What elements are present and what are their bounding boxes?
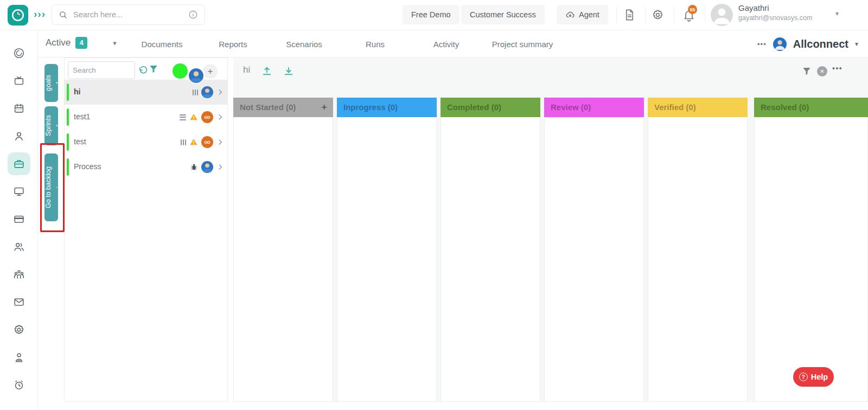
gear-icon[interactable] [652,9,664,21]
goals-tab-label: goals [44,75,52,91]
board-title: hi [243,65,250,75]
team-icon [13,268,25,280]
column-body[interactable] [754,117,868,402]
kanban-column-verified: Verified (0) [648,98,748,402]
sidebar-item-time[interactable] [8,374,30,396]
people-icon [13,241,25,253]
tab-documents[interactable]: Documents [126,40,197,49]
filter-icon[interactable] [149,64,158,74]
add-sprint-button[interactable]: + [203,64,218,79]
chevron-down-icon: ▾ [113,39,117,47]
notification-count-badge: 55 [688,5,697,14]
project-nav: Active 4 ▾ Documents Reports Scenarios R… [38,30,868,57]
status-label: Active [46,37,71,48]
customer-success-label: Customer Success [470,10,536,19]
sidebar-item-billing[interactable] [8,208,30,230]
chevron-right-icon[interactable] [216,138,224,146]
project-avatar[interactable] [773,37,787,51]
monitor-icon [13,185,25,197]
status-color-dot[interactable] [173,63,188,79]
go-to-backlog-tab-label: Go to backlog [44,166,52,208]
status-filter-dropdown[interactable]: Active 4 ▾ [46,37,117,49]
column-header: Completed (0) [441,98,540,117]
agent-label: Agent [579,10,599,19]
back-arrow-icon [54,187,61,189]
sidebar-item-projects[interactable] [8,152,30,175]
sprint-row-hi[interactable]: hi [65,80,227,105]
free-demo-label: Free Demo [411,10,451,19]
sidebar-item-person[interactable] [8,125,30,148]
avatar-photo[interactable] [188,67,205,84]
chevron-down-icon[interactable]: ▾ [855,40,858,48]
undo-icon[interactable] [138,66,148,75]
project-name[interactable]: Allconnect [793,38,848,50]
app-sidebar [0,30,38,410]
column-body[interactable] [648,117,748,402]
status-count-badge: 4 [75,37,87,49]
column-body[interactable] [233,117,333,402]
column-body[interactable] [337,117,437,402]
sprint-title: hi [74,87,80,96]
vertical-tab-sprints[interactable]: Sprints [44,106,58,145]
sprint-row-process[interactable]: Process [65,155,227,180]
app-logo[interactable] [8,5,28,25]
kanban-column-completed: Completed (0) [441,98,540,402]
kanban-column-resolved: Resolved (0) [754,98,868,402]
sprints-tab-label: Sprints [44,116,52,137]
sidebar-item-profile[interactable] [8,346,30,369]
alarm-clock-icon [13,379,25,391]
info-icon[interactable] [188,10,198,20]
sprint-row-test1[interactable]: test1 GD [65,105,227,130]
speed-dial-icon [13,47,25,59]
column-body[interactable] [441,117,540,402]
user-avatar[interactable] [711,4,733,26]
cloud-download-icon [565,10,575,20]
upload-icon[interactable] [261,66,272,76]
column-body[interactable] [544,117,644,402]
chevron-right-icon[interactable] [216,88,224,96]
tab-activity[interactable]: Activity [411,40,482,49]
search-icon [59,10,68,20]
panel-search-input[interactable] [68,61,135,79]
column-label: Not Started (0) [240,102,296,112]
document-icon[interactable] [623,9,636,21]
free-demo-button[interactable]: Free Demo [403,5,459,24]
more-options-icon[interactable]: ••• [757,40,767,48]
profile-icon [13,351,25,363]
user-menu-caret[interactable]: ▾ [835,10,839,17]
column-header: Verified (0) [648,98,748,117]
clear-filter-icon[interactable]: ✕ [817,66,827,76]
tab-runs[interactable]: Runs [340,40,411,49]
credit-card-icon [13,213,25,225]
bars-icon [181,139,186,145]
notifications-bell[interactable]: 55 [682,9,695,24]
chevron-right-icon[interactable] [216,113,224,121]
download-icon[interactable] [283,66,294,76]
tab-project-summary[interactable]: Project summary [482,40,563,49]
bars-icon [193,89,198,95]
sprint-row-test[interactable]: test GD [65,130,227,155]
more-options-icon[interactable]: ••• [832,64,843,73]
tab-reports[interactable]: Reports [197,40,269,49]
sidebar-item-team[interactable] [8,263,30,286]
chevron-right-icon[interactable] [216,163,224,171]
avatar-photo [201,161,213,173]
filter-icon[interactable] [802,66,812,76]
sidebar-item-monitor[interactable] [8,180,30,203]
customer-success-button[interactable]: Customer Success [461,5,545,24]
vertical-tab-goals[interactable]: goals [44,64,58,102]
tab-scenarios[interactable]: Scenarios [269,40,340,49]
sidebar-item-people[interactable] [8,235,30,258]
initials-badge: GD [201,111,213,123]
sidebar-item-calendar[interactable] [8,97,30,120]
sidebar-item-settings[interactable] [8,318,30,341]
sidebar-item-tv[interactable] [8,69,30,92]
sidebar-item-speed-dial[interactable] [8,42,30,65]
vertical-tab-go-to-backlog[interactable]: Go to backlog [44,153,58,221]
sidebar-expand-chevrons[interactable]: ››› [34,8,46,20]
global-search-input[interactable] [73,10,188,19]
sidebar-item-mail[interactable] [8,291,30,313]
help-button[interactable]: ? Help [793,367,834,387]
agent-button[interactable]: Agent [557,5,608,24]
add-card-button[interactable]: + [321,98,327,117]
